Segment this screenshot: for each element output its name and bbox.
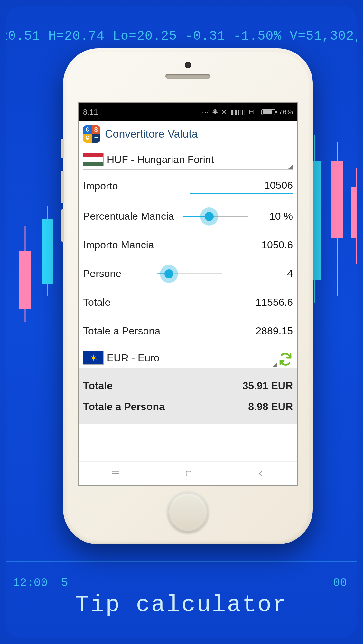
phone-speaker [165,74,210,79]
chevron-down-icon [272,363,277,367]
svg-rect-3 [186,471,191,476]
persone-row: Persone 4 [83,259,293,288]
persone-label: Persone [83,268,121,280]
refresh-icon[interactable] [279,352,292,366]
flag-hungary-icon [83,153,104,166]
app-header: € $ ¥ = Convertitore Valuta [79,121,297,147]
summary-totale-value: 35.91 EUR [242,380,293,392]
persone-slider[interactable] [157,268,222,280]
percentuale-mancia-value: 10 % [257,210,293,222]
signal-icon: ▮▮▯▯ [230,108,246,116]
phone-camera [185,62,191,68]
importo-mancia-row: Importo Mancia 1050.6 [83,231,293,259]
summary-totale-persona-label: Totale a Persona [83,401,165,413]
home-button[interactable] [167,492,209,533]
source-currency-label: HUF - Hungarian Forint [107,154,214,166]
importo-mancia-value: 1050.6 [261,239,293,251]
android-nav-bar [79,461,297,485]
app-icon: € $ ¥ = [83,125,100,143]
percentuale-mancia-row: Percentuale Mancia 10 % [83,202,293,231]
persone-value: 4 [257,268,293,280]
importo-input[interactable] [190,178,293,194]
totale-label: Totale [83,296,110,308]
status-bar: 8:11 ⋯ ✱ ✕ ▮▮▯▯ H+ 76% [79,103,297,121]
summary-totale-label: Totale [83,380,113,392]
status-time: 8:11 [83,108,98,117]
target-currency-label: EUR - Euro [107,352,160,364]
caption: Tip calculator [6,592,357,618]
target-currency-selector[interactable]: ✶ EUR - Euro [83,345,277,368]
nav-home-icon[interactable] [184,469,193,478]
nav-recent-icon[interactable] [111,469,120,478]
tip-percent-slider[interactable] [183,211,248,222]
totale-row: Totale 11556.6 [83,288,293,317]
ticker-text: 20.51 H=20.74 Lo=20.25 -0.31 -1.50% V=51… [6,29,357,43]
app-title: Convertitore Valuta [105,128,198,140]
status-dots-icon: ⋯ [202,108,209,116]
phone-screen: 8:11 ⋯ ✱ ✕ ▮▮▯▯ H+ 76% € $ ¥ = [78,102,298,486]
battery-icon [261,109,275,115]
importo-row: Importo [83,170,293,202]
summary-panel: Totale 35.91 EUR Totale a Persona 8.98 E… [79,368,297,424]
totale-persona-row: Totale a Persona 2889.15 [83,317,293,345]
summary-totale-row: Totale 35.91 EUR [83,375,293,396]
importo-mancia-label: Importo Mancia [83,239,154,251]
summary-totale-persona-row: Totale a Persona 8.98 EUR [83,396,293,417]
totale-value: 11556.6 [256,296,293,308]
totale-persona-label: Totale a Persona [83,325,160,337]
percentuale-mancia-label: Percentuale Mancia [83,210,174,222]
importo-label: Importo [83,180,118,192]
nav-back-icon[interactable] [257,469,265,478]
promo-background: 20.51 H=20.74 Lo=20.25 -0.31 -1.50% V=51… [6,6,357,638]
flag-eu-icon: ✶ [83,351,104,365]
totale-persona-value: 2889.15 [256,325,293,337]
summary-totale-persona-value: 8.98 EUR [248,401,293,413]
battery-pct: 76% [279,108,293,116]
phone-frame: 8:11 ⋯ ✱ ✕ ▮▮▯▯ H+ 76% € $ ¥ = [63,48,313,544]
source-currency-selector[interactable]: HUF - Hungarian Forint [83,147,293,170]
vibrate-icon: ✕ [221,108,227,116]
bluetooth-icon: ✱ [212,108,218,116]
network-label: H+ [249,108,258,116]
chevron-down-icon [288,164,293,169]
chart-axis [6,561,357,562]
